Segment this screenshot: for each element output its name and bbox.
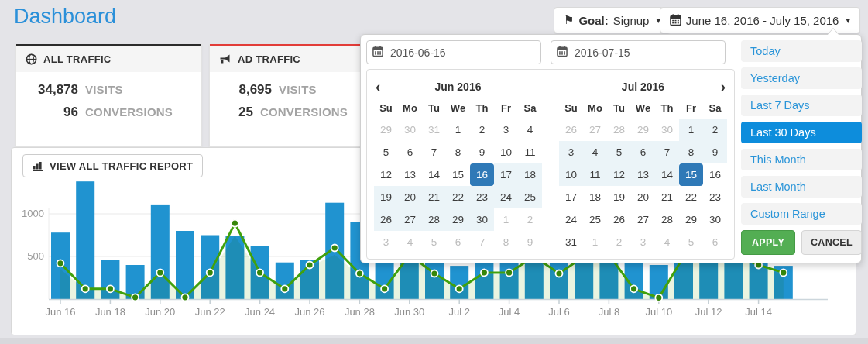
calendar-day[interactable]: 23 (703, 186, 727, 208)
calendar-day[interactable]: 14 (422, 163, 446, 186)
calendar-day[interactable]: 10 (559, 163, 583, 186)
calendar-day[interactable]: 20 (631, 186, 655, 208)
calendar-day[interactable]: 8 (679, 141, 703, 163)
calendar-day[interactable]: 4 (583, 141, 607, 163)
calendar-day[interactable]: 11 (518, 141, 542, 163)
calendar-day[interactable]: 25 (583, 208, 607, 231)
calendar-day[interactable]: 6 (631, 141, 655, 163)
calendar-day[interactable]: 31 (422, 119, 446, 141)
calendar-day[interactable]: 5 (607, 141, 631, 163)
calendar-day[interactable]: 6 (398, 141, 422, 163)
calendar-day[interactable]: 1 (494, 208, 518, 231)
calendar-day[interactable]: 17 (559, 186, 583, 208)
calendar-day[interactable]: 5 (374, 141, 398, 163)
calendar-day[interactable]: 10 (494, 141, 518, 163)
calendar-day[interactable]: 22 (446, 186, 470, 208)
calendar-day[interactable]: 30 (655, 119, 679, 141)
calendar-day[interactable]: 2 (470, 119, 494, 141)
prev-month-icon[interactable]: ‹ (376, 75, 393, 98)
calendar-day[interactable]: 29 (631, 119, 655, 141)
calendar-day[interactable]: 9 (470, 141, 494, 163)
cancel-button[interactable]: CANCEL (801, 230, 862, 255)
calendar-day[interactable]: 11 (583, 163, 607, 186)
calendar-day[interactable]: 26 (607, 208, 631, 231)
calendar-day[interactable]: 3 (494, 119, 518, 141)
calendar-day[interactable]: 26 (559, 119, 583, 141)
calendar-day[interactable]: 7 (655, 141, 679, 163)
calendar-day[interactable]: 9 (703, 141, 727, 163)
calendar-day[interactable]: 28 (607, 119, 631, 141)
calendar-day-selected[interactable]: 15 (679, 163, 703, 186)
calendar-day[interactable]: 5 (422, 231, 446, 253)
calendar-day[interactable]: 28 (422, 208, 446, 231)
next-month-icon[interactable]: › (708, 75, 726, 98)
calendar-day[interactable]: 8 (446, 141, 470, 163)
calendar-day[interactable]: 1 (446, 119, 470, 141)
apply-button[interactable]: APPLY (741, 230, 795, 255)
calendar-day[interactable]: 25 (518, 186, 542, 208)
calendar-day[interactable]: 21 (655, 186, 679, 208)
calendar-day[interactable]: 31 (559, 231, 583, 253)
goal-selector-button[interactable]: ⚑ Goal: Signup ▾ (554, 7, 671, 33)
calendar-day[interactable]: 4 (518, 119, 542, 141)
calendar-day[interactable]: 2 (607, 231, 631, 253)
calendar-day[interactable]: 28 (655, 208, 679, 231)
range-option-this-month[interactable]: This Month (741, 149, 862, 170)
calendar-day[interactable]: 9 (518, 231, 542, 253)
calendar-day[interactable]: 23 (470, 186, 494, 208)
calendar-day[interactable]: 12 (374, 163, 398, 186)
calendar-day[interactable]: 1 (679, 119, 703, 141)
range-option-last-month[interactable]: Last Month (741, 176, 862, 198)
calendar-day[interactable]: 14 (655, 163, 679, 186)
calendar-day[interactable]: 26 (374, 208, 398, 231)
calendar-day[interactable]: 3 (631, 231, 655, 253)
calendar-day[interactable]: 27 (398, 208, 422, 231)
calendar-day[interactable]: 24 (494, 186, 518, 208)
calendar-day[interactable]: 27 (631, 208, 655, 231)
calendar-day[interactable]: 30 (470, 208, 494, 231)
range-option-custom-range[interactable]: Custom Range (741, 203, 862, 225)
calendar-day[interactable]: 29 (374, 119, 398, 141)
calendar-day[interactable]: 21 (422, 186, 446, 208)
start-date-input[interactable] (366, 40, 541, 64)
calendar-day[interactable]: 29 (446, 208, 470, 231)
calendar-day[interactable]: 22 (679, 186, 703, 208)
range-option-last-30-days[interactable]: Last 30 Days (741, 122, 862, 143)
calendar-day[interactable]: 7 (470, 231, 494, 253)
calendar-day[interactable]: 6 (446, 231, 470, 253)
range-option-last-7-days[interactable]: Last 7 Days (741, 95, 862, 116)
calendar-day[interactable]: 13 (631, 163, 655, 186)
calendar-day[interactable]: 12 (607, 163, 631, 186)
calendar-day[interactable]: 16 (703, 163, 727, 186)
calendar-day[interactable]: 2 (518, 208, 542, 231)
svg-text:Jun 28: Jun 28 (345, 306, 375, 318)
calendar-day[interactable]: 3 (559, 141, 583, 163)
calendar-day[interactable]: 4 (398, 231, 422, 253)
calendar-day[interactable]: 27 (583, 119, 607, 141)
calendar-day[interactable]: 5 (679, 231, 703, 253)
calendar-day[interactable]: 18 (518, 163, 542, 186)
calendar-day[interactable]: 19 (374, 186, 398, 208)
calendar-day[interactable]: 24 (559, 208, 583, 231)
calendar-day[interactable]: 6 (703, 231, 727, 253)
calendar-day[interactable]: 8 (494, 231, 518, 253)
calendar-day[interactable]: 15 (446, 163, 470, 186)
view-all-traffic-report-button[interactable]: VIEW ALL TRAFFIC REPORT (22, 154, 203, 177)
calendar-day-selected[interactable]: 16 (470, 163, 494, 186)
calendar-day[interactable]: 19 (607, 186, 631, 208)
calendar-day[interactable]: 1 (583, 231, 607, 253)
range-option-today[interactable]: Today (741, 40, 862, 62)
calendar-day[interactable]: 30 (398, 119, 422, 141)
calendar-day[interactable]: 30 (703, 208, 727, 231)
calendar-day[interactable]: 20 (398, 186, 422, 208)
calendar-day[interactable]: 7 (422, 141, 446, 163)
calendar-day[interactable]: 2 (703, 119, 727, 141)
calendar-day[interactable]: 29 (679, 208, 703, 231)
calendar-day[interactable]: 18 (583, 186, 607, 208)
range-option-yesterday[interactable]: Yesterday (741, 67, 862, 89)
calendar-day[interactable]: 3 (374, 231, 398, 253)
calendar-day[interactable]: 4 (655, 231, 679, 253)
calendar-day[interactable]: 13 (398, 163, 422, 186)
end-date-input[interactable] (551, 40, 726, 64)
calendar-day[interactable]: 17 (494, 163, 518, 186)
